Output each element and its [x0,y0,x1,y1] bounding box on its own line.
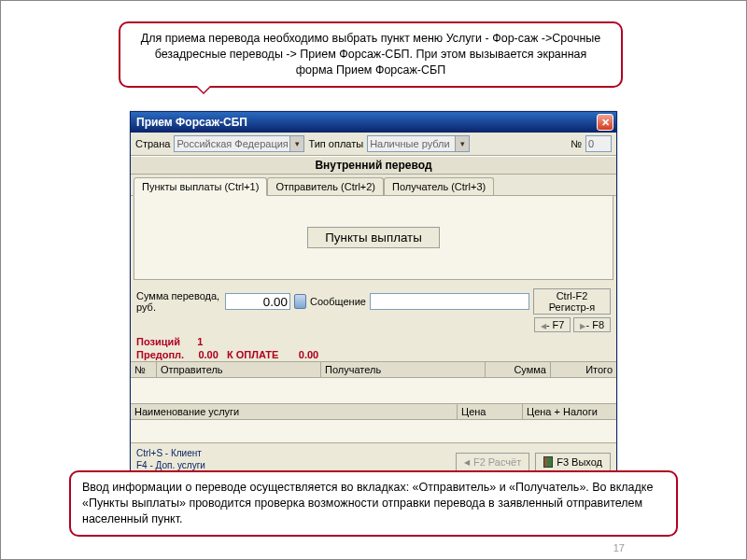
country-value: Российская Федерация [176,138,288,149]
f8-button[interactable]: ▶- F8 [573,317,611,332]
num-field[interactable]: 0 [585,135,612,152]
prepay-value: 0.00 [198,349,218,360]
titlebar: Прием Форсаж-СБП ✕ [131,112,616,133]
paytype-combo[interactable]: Наличные рубли [367,135,470,152]
num-label: № [571,138,582,149]
calc-button[interactable]: ◀ F2 Расчёт [456,453,529,471]
num-value: 0 [588,138,594,149]
topay-label: К ОПЛАТЕ [227,349,278,360]
grid1-body[interactable] [131,378,616,404]
positions-value: 1 [197,336,203,347]
window-title: Прием Форсаж-СБП [136,116,597,129]
paytype-value: Наличные рубли [370,138,450,149]
chevron-down-icon [289,136,303,151]
message-label: Сообщение [310,296,366,307]
message-input[interactable] [370,293,529,310]
country-combo[interactable]: Российская Федерация [174,135,304,152]
col-price: Цена [458,404,523,419]
country-label: Страна [135,138,170,149]
chevron-left-icon: ◀ [464,458,470,467]
calculator-icon[interactable] [294,294,306,309]
topay-value: 0.00 [299,349,318,360]
amount-input[interactable] [225,293,290,310]
hint-client: Ctrl+S - Клиент [136,448,450,460]
col-sender: Отправитель [157,362,321,377]
col-service: Наименование услуги [131,404,458,419]
callout-top-text: Для приема перевода необходимо выбрать п… [141,32,601,77]
payout-points-button[interactable]: Пункты выплаты [307,227,439,248]
grid2-header: Наименование услуги Цена Цена + Налоги [131,404,616,420]
positions-label: Позиций [136,336,180,347]
chevron-down-icon [455,136,469,151]
prepay-label: Предопл. [136,349,184,360]
grid1-header: № Отправитель Получатель Сумма Итого [131,361,616,378]
section-header: Внутренний перевод [131,156,616,175]
close-button[interactable]: ✕ [597,114,613,131]
col-num: № [131,362,157,377]
toolbar: Страна Российская Федерация Тип оплаты Н… [131,133,616,156]
tabs-bar: Пункты выплаты (Ctrl+1) Отправитель (Ctr… [131,175,616,196]
amount-label: Сумма перевода, руб. [136,290,221,313]
paytype-label: Тип оплаты [308,138,363,149]
register-button[interactable]: Ctrl-F2 Регистр-я [533,288,611,315]
tab-body: Пункты выплаты [134,196,613,280]
close-icon: ✕ [601,117,610,129]
callout-top: Для приема перевода необходимо выбрать п… [119,21,623,88]
f7-button[interactable]: ◀- F7 [534,317,571,332]
callout-bottom-text: Ввод информации о переводе осуществляетс… [82,481,653,525]
exit-button[interactable]: F3 Выход [535,453,611,471]
col-price-tax: Цена + Налоги [523,404,616,419]
tab-recipient[interactable]: Получатель (Ctrl+3) [384,177,494,195]
tab-payout-points[interactable]: Пункты выплаты (Ctrl+1) [134,177,267,196]
col-total: Итого [551,362,616,377]
col-recipient: Получатель [321,362,486,377]
exit-icon [543,456,553,468]
app-window: Прием Форсаж-СБП ✕ Страна Российская Фед… [130,111,617,477]
footer-hints: Ctrl+S - Клиент F4 - Доп. услуги [136,448,450,471]
page-number: 17 [613,542,625,553]
grid2-body[interactable] [131,420,616,442]
tab-sender[interactable]: Отправитель (Ctrl+2) [267,177,384,195]
callout-bottom: Ввод информации о переводе осуществляетс… [69,470,678,537]
col-sum: Сумма [486,362,551,377]
